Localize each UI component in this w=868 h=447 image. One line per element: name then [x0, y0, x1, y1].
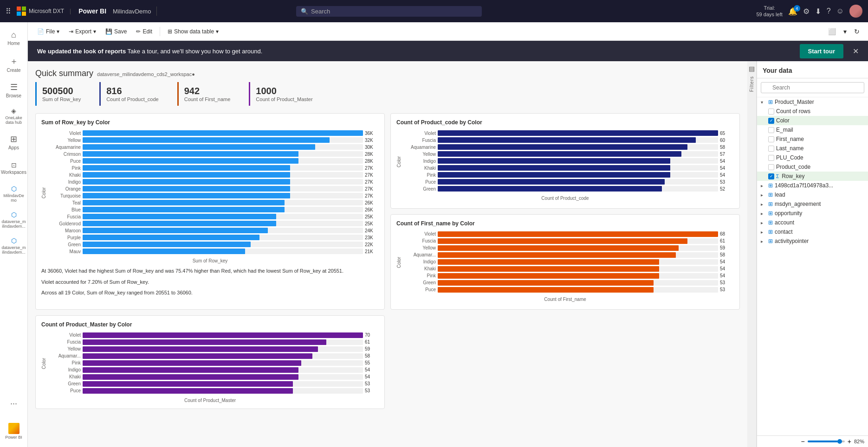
your-data-title: Your data	[757, 61, 868, 78]
tree-item[interactable]: Count of rows	[757, 107, 868, 116]
table-icon: ⊞	[768, 182, 773, 189]
bar-row: Indigo 54	[48, 367, 379, 373]
qs-metric: 942Count of First_name	[177, 82, 242, 106]
bar-row: Fuscia 61	[48, 339, 379, 345]
tree-item[interactable]: ✓ Color	[757, 116, 868, 125]
tree-checkbox[interactable]	[768, 109, 774, 115]
sidebar-item-dataverse2[interactable]: ⬡ dataverse_m ilindavdem...	[2, 234, 26, 258]
bar-row: Yellow 59	[403, 245, 734, 251]
chevron-right-icon: ▸	[761, 239, 766, 244]
sidebar-item-home[interactable]: ⌂ Home	[2, 26, 26, 50]
chart4-bars: Violet 70 Fuscia 61 Yellow 59 Aquamar...	[48, 332, 379, 395]
tree-item[interactable]: First_name	[757, 134, 868, 144]
qs-metric: 500500Sum of Row_key	[35, 82, 92, 106]
sidebar-item-powerbi: Power BI	[2, 419, 26, 443]
bar-row: Aquamarine 30K	[48, 144, 379, 150]
zoom-slider[interactable]	[808, 441, 845, 442]
window-mode-button[interactable]: ⬜	[825, 26, 839, 37]
panel-search-input[interactable]	[761, 82, 864, 93]
tree-checkbox[interactable]	[768, 127, 774, 133]
save-button[interactable]: 💾 Save	[102, 26, 130, 37]
user-icon[interactable]: ☺	[836, 7, 844, 15]
tree-item[interactable]: ✓ Σ Row_key	[757, 172, 868, 181]
refresh-button[interactable]: ↻	[851, 26, 862, 37]
tree-item[interactable]: ▸ ⊞ opportunity	[757, 209, 868, 218]
global-search-bar[interactable]: 🔍	[296, 6, 482, 17]
sidebar-item-dataverse1[interactable]: ⬡ dataverse_m ilindavdem...	[2, 208, 26, 232]
sidebar-item-apps[interactable]: ⊞ Apps	[2, 130, 26, 154]
bar-row: Blue 26K	[48, 207, 379, 212]
avatar[interactable]	[849, 5, 862, 18]
tree-item[interactable]: ▸ ⊞ contact	[757, 227, 868, 236]
tree-item[interactable]: E_mail	[757, 125, 868, 134]
qs-metric: 1000Count of Product_Master	[249, 82, 324, 106]
global-search-input[interactable]	[311, 8, 477, 15]
bar-row: Pink 27K	[48, 165, 379, 171]
tree-item[interactable]: Last_name	[757, 144, 868, 153]
bar-row: Green 53	[48, 381, 379, 387]
tree-item[interactable]: ▸ ⊞ account	[757, 218, 868, 227]
tree-item[interactable]: Product_code	[757, 162, 868, 172]
bar-row: Fuscia 25K	[48, 214, 379, 219]
sidebar-item-workspaces[interactable]: ⊡ Workspaces	[2, 156, 26, 180]
logo-area: Microsoft DXT | Power BI MilindavDemo	[17, 6, 157, 16]
table-icon: ⊞	[768, 238, 773, 244]
microsoft-label: Microsoft DXT	[29, 8, 64, 14]
onelake-icon: ◈	[11, 107, 16, 115]
zoom-out-button[interactable]: −	[801, 438, 805, 445]
tree-checkbox[interactable]: ✓	[768, 173, 774, 179]
bar-row: Indigo 54	[403, 158, 734, 164]
edit-button[interactable]: ✏ Edit	[132, 26, 156, 37]
tree-checkbox[interactable]	[768, 146, 774, 152]
window-chevron-button[interactable]: ▾	[841, 26, 849, 37]
start-tour-button[interactable]: Start tour	[800, 44, 844, 58]
bar-row: Goldenrod 25K	[48, 221, 379, 226]
bar-row: Green 22K	[48, 242, 379, 247]
bar-row: Puce 28K	[48, 158, 379, 164]
tree-item[interactable]: PLU_Code	[757, 153, 868, 162]
tree-checkbox[interactable]: ✓	[768, 118, 774, 124]
chart-card-productcode: Count of Product_code by Color Color Vio…	[390, 113, 740, 209]
filters-toggle[interactable]: ▤ Filters	[747, 61, 757, 447]
quick-summary-subtitle: dataverse_milindavdemo_cds2_workspac●	[97, 71, 195, 77]
toolbar-separator	[160, 27, 160, 36]
tree-checkbox[interactable]	[768, 136, 774, 142]
zoom-in-button[interactable]: +	[848, 438, 851, 445]
sidebar-item-milindavdemo[interactable]: ⬡ MilindavDe mo	[2, 182, 26, 206]
dataverse1-icon: ⬡	[11, 211, 17, 218]
chart2-y-axis-label: Color	[396, 156, 402, 167]
show-data-button[interactable]: ⊞ Show data table ▾	[164, 26, 222, 37]
tree-item[interactable]: ▾ ⊞ Product_Master	[757, 97, 868, 107]
powerbi-logo-icon	[8, 423, 19, 434]
sidebar-item-onelake[interactable]: ◈ OneLake data hub	[2, 104, 26, 128]
sidebar-item-create[interactable]: ＋ Create	[2, 52, 26, 76]
settings-icon[interactable]: ⚙	[803, 7, 810, 16]
tree-checkbox[interactable]	[768, 164, 774, 170]
notifications-icon[interactable]: 🔔 4	[788, 7, 797, 16]
download-icon[interactable]: ⬇	[815, 7, 821, 16]
table-icon: ⊞	[768, 99, 773, 105]
bar-row: Pink 55	[48, 360, 379, 366]
tree-checkbox[interactable]	[768, 155, 774, 161]
tree-item[interactable]: ▸ ⊞ msdyn_agreement	[757, 199, 868, 209]
notif-count: 4	[794, 5, 800, 12]
tree-item[interactable]: ▸ ⊞ 1498cd1a7f104978a3...	[757, 181, 868, 190]
grid-icon[interactable]: ⠿	[6, 7, 11, 16]
export-button[interactable]: ⇥ Export ▾	[65, 26, 100, 37]
bar-row: Khaki 54	[403, 165, 734, 171]
chevron-right-icon: ▸	[761, 192, 766, 198]
tree-item[interactable]: ▸ ⊞ lead	[757, 190, 868, 199]
home-icon: ⌂	[11, 30, 16, 40]
left-sidebar: ⌂ Home ＋ Create ☰ Browse ◈ OneLake data …	[0, 22, 28, 447]
tree-item[interactable]: ▸ ⊞ activitypointer	[757, 236, 868, 246]
bar-row: Khaki 54	[48, 374, 379, 380]
sidebar-item-browse[interactable]: ☰ Browse	[2, 78, 26, 102]
bar-row: Indigo 54	[403, 259, 734, 265]
chart1-bars: Violet 36K Yellow 32K Aquamarine 30K Cri…	[48, 130, 379, 255]
help-icon[interactable]: ?	[827, 7, 831, 15]
banner-close-button[interactable]: ✕	[853, 47, 859, 56]
bar-row: Yellow 32K	[48, 137, 379, 143]
sidebar-item-more[interactable]: ···	[2, 391, 26, 415]
file-button[interactable]: 📄 File ▾	[33, 26, 63, 37]
bar-row: Green 52	[403, 186, 734, 192]
